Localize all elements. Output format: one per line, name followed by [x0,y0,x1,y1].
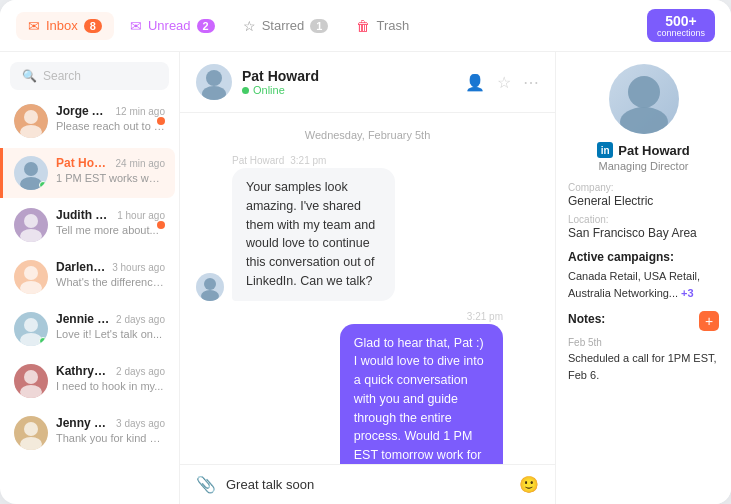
location-label: Location: [568,214,719,225]
notes-header: Notes: + [568,311,719,331]
svg-point-5 [20,229,42,242]
inbox-item-body: Kathryn Flores 2 days ago I need to hook… [56,364,165,392]
inbox-item-preview: Love it! Let's talk on... [56,328,165,340]
profile-photo [609,64,679,134]
inbox-item-body: Pat Howard 24 min ago 1 PM EST works wel… [56,156,165,184]
main-content: 🔍 Search Jorge Alexander 12 min ago [0,52,731,504]
inbox-item-preview: Please reach out to my... [56,120,165,132]
tab-trash-label: Trash [376,18,409,33]
inbox-item-pat[interactable]: Pat Howard 24 min ago 1 PM EST works wel… [0,148,175,198]
avatar-kathryn [14,364,48,398]
right-panel: in Pat Howard Managing Director Company:… [556,52,731,504]
svg-point-17 [201,290,219,301]
search-box[interactable]: 🔍 Search [10,62,169,90]
svg-point-0 [24,110,38,124]
svg-point-1 [20,125,42,138]
location-value: San Francisco Bay Area [568,226,719,240]
inbox-badge: 8 [84,19,102,33]
tab-starred[interactable]: ☆ Starred 1 [231,12,341,40]
unread-icon: ✉ [130,18,142,34]
svg-point-13 [20,437,42,450]
inbox-item-body: Darlene Murphy 3 hours ago What's the di… [56,260,165,288]
inbox-item-name: Darlene Murphy [56,260,108,274]
message-row-incoming-1: Pat Howard 3:21 pm Your samples look ama… [196,155,539,301]
tab-unread[interactable]: ✉ Unread 2 [118,12,227,40]
chat-status: Online [242,84,455,96]
svg-point-12 [24,422,38,436]
unread-badge: 2 [197,19,215,33]
tab-inbox-label: Inbox [46,18,78,33]
tab-trash[interactable]: 🗑 Trash [344,12,421,40]
avatar-jenny [14,416,48,450]
svg-point-2 [24,162,38,176]
msg-meta: Pat Howard 3:21 pm [232,155,472,166]
inbox-item-name: Kathryn Flores [56,364,112,378]
msg-time: 3:21 pm [467,311,503,322]
inbox-item-jennie[interactable]: Jennie Robertson 2 days ago Love it! Let… [4,304,175,354]
inbox-item-name: Jennie Robertson [56,312,112,326]
search-icon: 🔍 [22,69,37,83]
unread-indicator [157,221,165,229]
profile-title: Managing Director [568,160,719,172]
note-text: Scheduled a call for 1PM EST, Feb 6. [568,350,719,383]
note-date: Feb 5th [568,337,719,348]
inbox-item-jenny[interactable]: Jenny Nguyen 3 days ago Thank you for ki… [4,408,175,458]
inbox-item-judith[interactable]: Judith Wilson 1 hour ago Tell me more ab… [4,200,175,250]
attachment-icon[interactable]: 📎 [196,475,216,494]
linkedin-icon: in [597,142,613,158]
inbox-item-time: 12 min ago [116,106,165,117]
inbox-item-name: Judith Wilson [56,208,113,222]
app-container: ✉ Inbox 8 ✉ Unread 2 ☆ Starred 1 🗑 Trash… [0,0,731,504]
add-contact-icon[interactable]: 👤 [465,73,485,92]
svg-point-15 [202,86,226,100]
chat-header: Pat Howard Online 👤 ☆ ⋯ [180,52,555,113]
more-options-icon[interactable]: ⋯ [523,73,539,92]
inbox-item-time: 2 days ago [116,366,165,377]
inbox-item-name: Jorge Alexander [56,104,112,118]
add-note-button[interactable]: + [699,311,719,331]
chat-header-info: Pat Howard Online [242,68,455,96]
chat-header-avatar [196,64,232,100]
trash-icon: 🗑 [356,18,370,34]
msg-group-outgoing: 3:21 pm Glad to hear that, Pat :) I woul… [263,311,503,465]
msg-meta-outgoing: 3:21 pm [467,311,503,322]
search-placeholder: Search [43,69,81,83]
star-icon: ☆ [243,18,256,34]
tab-unread-label: Unread [148,18,191,33]
msg-bubble: Your samples look amazing. I've shared t… [232,168,395,301]
inbox-item-body: Judith Wilson 1 hour ago Tell me more ab… [56,208,165,236]
svg-point-11 [20,385,42,398]
star-message-icon[interactable]: ☆ [497,73,511,92]
inbox-item-kathryn[interactable]: Kathryn Flores 2 days ago I need to hook… [4,356,175,406]
msg-bubble-outgoing: Glad to hear that, Pat :) I would love t… [340,324,503,465]
inbox-item-jorge[interactable]: Jorge Alexander 12 min ago Please reach … [4,96,175,146]
campaigns-more[interactable]: +3 [681,287,694,299]
inbox-item-body: Jorge Alexander 12 min ago Please reach … [56,104,165,132]
linkedin-badge: in Pat Howard [568,142,719,158]
chat-input-area: 📎 🙂 [180,464,555,504]
chat-input[interactable] [226,477,509,492]
avatar-jorge [14,104,48,138]
campaigns-text: Canada Retail, USA Retail, Australia Net… [568,268,719,301]
inbox-item-body: Jennie Robertson 2 days ago Love it! Let… [56,312,165,340]
avatar-placeholder [14,104,48,138]
msg-sender: Pat Howard [232,155,284,166]
company-value: General Electric [568,194,719,208]
starred-badge: 1 [310,19,328,33]
inbox-sidebar: 🔍 Search Jorge Alexander 12 min ago [0,52,180,504]
chat-contact-name: Pat Howard [242,68,455,84]
tab-inbox[interactable]: ✉ Inbox 8 [16,12,114,40]
chat-area: Pat Howard Online 👤 ☆ ⋯ Wednesday, Febru… [180,52,556,504]
inbox-item-time: 1 hour ago [117,210,165,221]
emoji-icon[interactable]: 🙂 [519,475,539,494]
inbox-item-time: 24 min ago [116,158,165,169]
avatar-jennie [14,312,48,346]
svg-point-10 [24,370,38,384]
svg-point-6 [24,266,38,280]
top-nav: ✉ Inbox 8 ✉ Unread 2 ☆ Starred 1 🗑 Trash… [0,0,731,52]
online-dot [39,181,47,189]
msg-time: 3:21 pm [290,155,326,166]
inbox-item-darlene[interactable]: Darlene Murphy 3 hours ago What's the di… [4,252,175,302]
inbox-item-body: Jenny Nguyen 3 days ago Thank you for ki… [56,416,165,444]
message-row-outgoing-1: 3:21 pm Glad to hear that, Pat :) I woul… [196,311,539,465]
